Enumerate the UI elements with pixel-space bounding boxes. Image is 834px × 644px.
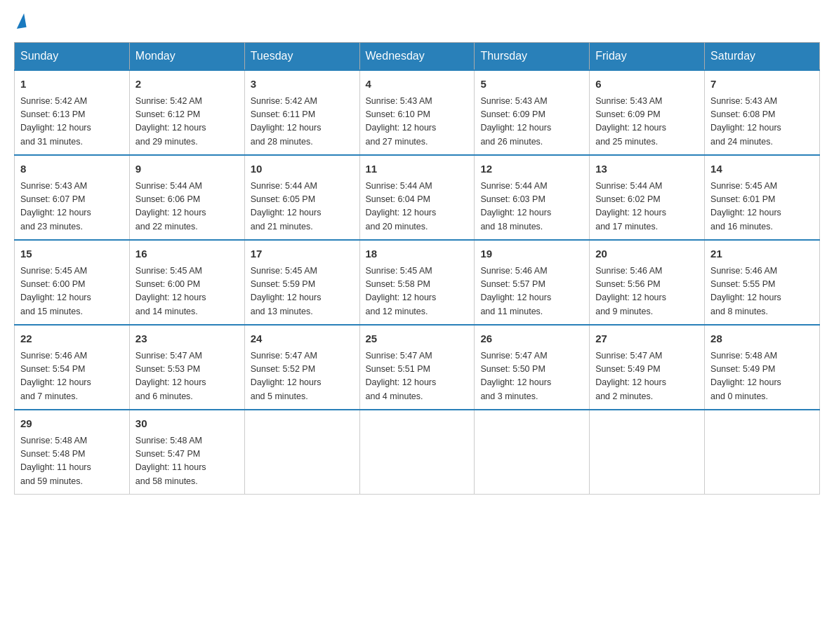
calendar-cell: 3 Sunrise: 5:42 AMSunset: 6:11 PMDayligh… <box>244 70 359 155</box>
week-row-2: 8 Sunrise: 5:43 AMSunset: 6:07 PMDayligh… <box>15 155 820 240</box>
day-info: Sunrise: 5:43 AMSunset: 6:08 PMDaylight:… <box>710 95 814 149</box>
calendar-cell: 14 Sunrise: 5:45 AMSunset: 6:01 PMDaylig… <box>705 155 820 240</box>
day-number: 12 <box>480 161 583 177</box>
column-header-sunday: Sunday <box>15 43 130 71</box>
day-number: 29 <box>20 416 124 432</box>
day-number: 26 <box>480 331 583 347</box>
day-number: 1 <box>20 76 124 93</box>
day-info: Sunrise: 5:48 AMSunset: 5:47 PMDaylight:… <box>135 434 239 489</box>
calendar-cell: 10 Sunrise: 5:44 AMSunset: 6:05 PMDaylig… <box>244 155 359 240</box>
week-row-4: 22 Sunrise: 5:46 AMSunset: 5:54 PMDaylig… <box>15 325 820 410</box>
calendar-cell: 2 Sunrise: 5:42 AMSunset: 6:12 PMDayligh… <box>129 70 244 155</box>
calendar-cell: 23 Sunrise: 5:47 AMSunset: 5:53 PMDaylig… <box>129 325 244 410</box>
page-header <box>14 14 820 31</box>
calendar-cell: 4 Sunrise: 5:43 AMSunset: 6:10 PMDayligh… <box>359 70 475 155</box>
day-number: 2 <box>135 76 239 93</box>
calendar-cell: 11 Sunrise: 5:44 AMSunset: 6:04 PMDaylig… <box>359 155 475 240</box>
calendar-cell <box>359 410 475 495</box>
day-info: Sunrise: 5:45 AMSunset: 5:59 PMDaylight:… <box>251 264 354 319</box>
day-info: Sunrise: 5:43 AMSunset: 6:09 PMDaylight:… <box>595 95 699 149</box>
day-number: 6 <box>595 76 699 93</box>
day-info: Sunrise: 5:44 AMSunset: 6:05 PMDaylight:… <box>251 180 354 234</box>
day-number: 22 <box>20 331 124 347</box>
day-info: Sunrise: 5:47 AMSunset: 5:51 PMDaylight:… <box>366 349 469 404</box>
column-header-thursday: Thursday <box>475 43 590 71</box>
day-info: Sunrise: 5:46 AMSunset: 5:56 PMDaylight:… <box>595 264 699 319</box>
day-info: Sunrise: 5:43 AMSunset: 6:07 PMDaylight:… <box>20 180 124 234</box>
day-info: Sunrise: 5:42 AMSunset: 6:11 PMDaylight:… <box>251 95 354 149</box>
calendar-cell: 13 Sunrise: 5:44 AMSunset: 6:02 PMDaylig… <box>590 155 705 240</box>
calendar-cell: 8 Sunrise: 5:43 AMSunset: 6:07 PMDayligh… <box>15 155 130 240</box>
column-header-tuesday: Tuesday <box>244 43 359 71</box>
calendar-cell: 22 Sunrise: 5:46 AMSunset: 5:54 PMDaylig… <box>15 325 130 410</box>
day-info: Sunrise: 5:45 AMSunset: 5:58 PMDaylight:… <box>366 264 469 319</box>
calendar-cell <box>475 410 590 495</box>
day-info: Sunrise: 5:45 AMSunset: 6:00 PMDaylight:… <box>20 264 124 319</box>
day-info: Sunrise: 5:44 AMSunset: 6:02 PMDaylight:… <box>595 180 699 234</box>
calendar-cell <box>244 410 359 495</box>
calendar-cell: 20 Sunrise: 5:46 AMSunset: 5:56 PMDaylig… <box>590 240 705 325</box>
day-info: Sunrise: 5:45 AMSunset: 6:01 PMDaylight:… <box>710 180 814 234</box>
day-number: 3 <box>251 76 354 93</box>
calendar-header-row: SundayMondayTuesdayWednesdayThursdayFrid… <box>15 43 820 71</box>
week-row-5: 29 Sunrise: 5:48 AMSunset: 5:48 PMDaylig… <box>15 410 820 495</box>
day-number: 20 <box>595 246 699 262</box>
day-info: Sunrise: 5:42 AMSunset: 6:12 PMDaylight:… <box>135 95 239 149</box>
day-info: Sunrise: 5:46 AMSunset: 5:57 PMDaylight:… <box>480 264 583 319</box>
day-info: Sunrise: 5:43 AMSunset: 6:10 PMDaylight:… <box>366 95 469 149</box>
calendar-cell: 19 Sunrise: 5:46 AMSunset: 5:57 PMDaylig… <box>475 240 590 325</box>
calendar-cell: 1 Sunrise: 5:42 AMSunset: 6:13 PMDayligh… <box>15 70 130 155</box>
day-number: 8 <box>20 161 124 177</box>
day-number: 4 <box>366 76 469 93</box>
day-number: 13 <box>595 161 699 177</box>
day-number: 7 <box>710 76 814 93</box>
day-number: 18 <box>366 246 469 262</box>
calendar-cell: 9 Sunrise: 5:44 AMSunset: 6:06 PMDayligh… <box>129 155 244 240</box>
day-number: 19 <box>480 246 583 262</box>
day-number: 15 <box>20 246 124 262</box>
calendar-cell: 7 Sunrise: 5:43 AMSunset: 6:08 PMDayligh… <box>705 70 820 155</box>
day-number: 23 <box>135 331 239 347</box>
calendar-cell: 24 Sunrise: 5:47 AMSunset: 5:52 PMDaylig… <box>244 325 359 410</box>
day-info: Sunrise: 5:44 AMSunset: 6:04 PMDaylight:… <box>366 180 469 234</box>
day-number: 14 <box>710 161 814 177</box>
calendar-cell: 27 Sunrise: 5:47 AMSunset: 5:49 PMDaylig… <box>590 325 705 410</box>
calendar-table: SundayMondayTuesdayWednesdayThursdayFrid… <box>14 42 820 495</box>
day-number: 21 <box>710 246 814 262</box>
day-number: 9 <box>135 161 239 177</box>
calendar-cell: 26 Sunrise: 5:47 AMSunset: 5:50 PMDaylig… <box>475 325 590 410</box>
day-info: Sunrise: 5:48 AMSunset: 5:49 PMDaylight:… <box>710 349 814 404</box>
logo <box>14 14 25 31</box>
day-number: 28 <box>710 331 814 347</box>
calendar-cell: 28 Sunrise: 5:48 AMSunset: 5:49 PMDaylig… <box>705 325 820 410</box>
logo-triangle-icon <box>14 13 26 29</box>
calendar-cell: 16 Sunrise: 5:45 AMSunset: 6:00 PMDaylig… <box>129 240 244 325</box>
calendar-cell: 21 Sunrise: 5:46 AMSunset: 5:55 PMDaylig… <box>705 240 820 325</box>
column-header-friday: Friday <box>590 43 705 71</box>
column-header-monday: Monday <box>129 43 244 71</box>
column-header-wednesday: Wednesday <box>359 43 475 71</box>
day-number: 30 <box>135 416 239 432</box>
day-info: Sunrise: 5:48 AMSunset: 5:48 PMDaylight:… <box>20 434 124 489</box>
calendar-cell: 17 Sunrise: 5:45 AMSunset: 5:59 PMDaylig… <box>244 240 359 325</box>
day-number: 11 <box>366 161 469 177</box>
day-number: 5 <box>480 76 583 93</box>
calendar-cell: 5 Sunrise: 5:43 AMSunset: 6:09 PMDayligh… <box>475 70 590 155</box>
calendar-cell: 6 Sunrise: 5:43 AMSunset: 6:09 PMDayligh… <box>590 70 705 155</box>
day-number: 24 <box>251 331 354 347</box>
day-info: Sunrise: 5:47 AMSunset: 5:53 PMDaylight:… <box>135 349 239 404</box>
calendar-cell: 29 Sunrise: 5:48 AMSunset: 5:48 PMDaylig… <box>15 410 130 495</box>
day-info: Sunrise: 5:43 AMSunset: 6:09 PMDaylight:… <box>480 95 583 149</box>
calendar-cell <box>705 410 820 495</box>
calendar-cell: 30 Sunrise: 5:48 AMSunset: 5:47 PMDaylig… <box>129 410 244 495</box>
day-info: Sunrise: 5:47 AMSunset: 5:49 PMDaylight:… <box>595 349 699 404</box>
day-number: 10 <box>251 161 354 177</box>
day-info: Sunrise: 5:46 AMSunset: 5:54 PMDaylight:… <box>20 349 124 404</box>
calendar-cell: 25 Sunrise: 5:47 AMSunset: 5:51 PMDaylig… <box>359 325 475 410</box>
day-number: 17 <box>251 246 354 262</box>
calendar-cell <box>590 410 705 495</box>
calendar-cell: 18 Sunrise: 5:45 AMSunset: 5:58 PMDaylig… <box>359 240 475 325</box>
day-info: Sunrise: 5:46 AMSunset: 5:55 PMDaylight:… <box>710 264 814 319</box>
week-row-1: 1 Sunrise: 5:42 AMSunset: 6:13 PMDayligh… <box>15 70 820 155</box>
calendar-cell: 15 Sunrise: 5:45 AMSunset: 6:00 PMDaylig… <box>15 240 130 325</box>
